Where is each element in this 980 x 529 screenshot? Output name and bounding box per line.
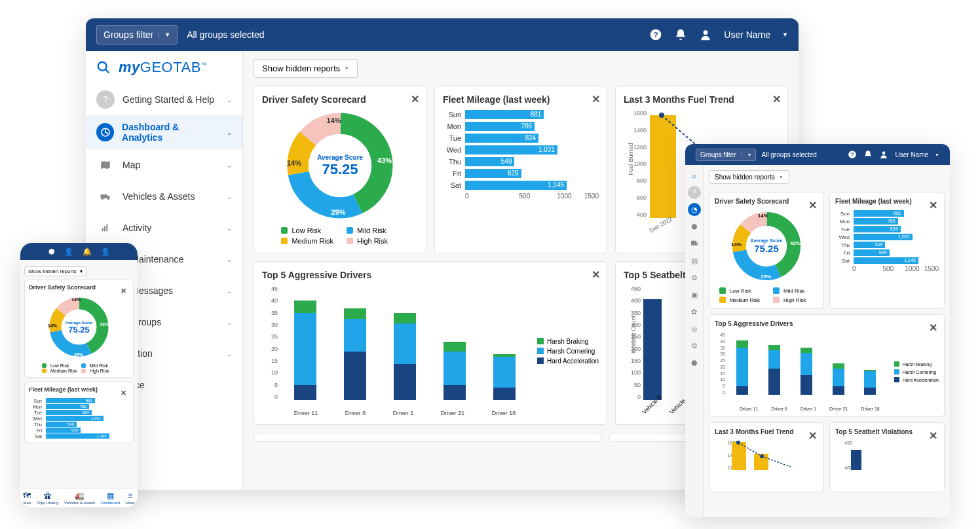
card-title: Fleet Mileage (last week) [443, 94, 599, 105]
settings-icon[interactable]: ⚙ [688, 339, 701, 352]
chevron-down-icon: ⌄ [227, 96, 232, 103]
nav-vehicles[interactable]: Vehicles & Assets⌄ [86, 181, 242, 212]
svg-line-26 [738, 443, 762, 456]
mobile-topbar: ⬢ 👤 🔔 👤 [20, 243, 138, 260]
chevron-down-icon: ⌄ [227, 287, 232, 295]
help-icon[interactable]: ? [688, 186, 701, 199]
logo-row: myGEOTAB™ [86, 51, 242, 84]
truck-icon[interactable]: ⛟ [688, 237, 701, 250]
svg-text:?: ? [654, 30, 658, 39]
svg-point-3 [98, 62, 107, 71]
tablet-window: Groups filter▼ All groups selected ? Use… [685, 144, 950, 517]
close-icon[interactable]: ✕ [121, 389, 126, 397]
y-axis-label: Fuel Burned [628, 143, 634, 175]
chevron-down-icon: ⌄ [227, 256, 232, 263]
show-hidden-reports-button[interactable]: Show hidden reports ▼ [254, 59, 358, 78]
svg-rect-11 [104, 226, 105, 231]
logo: myGEOTAB™ [119, 59, 207, 76]
svg-point-8 [102, 198, 104, 200]
svg-text:?: ? [851, 152, 854, 158]
tab-trips[interactable]: 🛣Trips History [37, 491, 58, 505]
mobile-bottom-tabs: 🗺Map 🛣Trips History 🚛Vehicles & Assets ▦… [20, 488, 138, 507]
tab-map[interactable]: 🗺Map [23, 491, 31, 505]
close-icon[interactable]: ✕ [121, 287, 126, 295]
svg-point-9 [107, 198, 109, 200]
chevron-down-icon: ⌄ [227, 129, 232, 136]
nav-activity[interactable]: Activity⌄ [86, 212, 242, 244]
mini-sidebar: ⌕ ? ◔ ⬢ ⛟ ▤ ⚙ ▣ ✿ ◎ ⚙ ⬣ [685, 165, 704, 517]
help-icon[interactable]: ? [848, 150, 857, 159]
svg-point-2 [704, 30, 708, 35]
user-icon[interactable]: 👤 [64, 247, 73, 256]
card-placeholder [254, 433, 601, 442]
fleet-mileage-chart: Sun881 Mon786 Tue824 Wed1,031 Thu549 Fri… [443, 110, 599, 200]
svg-rect-10 [102, 228, 104, 231]
svg-point-29 [760, 454, 764, 458]
card-fleet-mileage: Fleet Mileage (last week) ✕ Sun881 Mon78… [434, 86, 607, 253]
activity-icon[interactable]: ▤ [688, 254, 701, 267]
nav-dashboard[interactable]: Dashboard & Analytics⌄ [86, 115, 242, 149]
search-icon[interactable]: ⌕ [688, 169, 701, 182]
gear-icon[interactable]: ✿ [688, 305, 701, 318]
card-seatbelt: Top 5 Seatbelt Violations✕ 450400 [829, 422, 945, 492]
titlebar: Groups filter ▼ All groups selected ? Us… [86, 18, 799, 51]
bell-icon[interactable] [674, 28, 687, 41]
user-name-label[interactable]: User Name [724, 29, 770, 40]
help-icon[interactable]: ? [649, 28, 662, 41]
show-hidden-reports-button[interactable]: Show hidden reports ▾ [24, 266, 86, 276]
card-aggressive-drivers: Top 5 Aggressive Drivers ✕ 4540353025201… [254, 261, 607, 425]
camera-icon[interactable]: ▣ [688, 288, 701, 301]
close-icon[interactable]: ✕ [808, 199, 817, 211]
shield-icon[interactable]: ⬣ [688, 356, 701, 369]
chevron-down-icon: ⌄ [227, 350, 232, 357]
tab-dashboard[interactable]: ▦Dashboard [101, 491, 120, 505]
nav-map[interactable]: Map⌄ [86, 149, 242, 181]
chevron-down-icon: ▼ [344, 65, 349, 71]
close-icon[interactable]: ✕ [929, 321, 937, 334]
card-fleet-mileage: Fleet Mileage (last week)✕ Sun881 Mon786… [829, 192, 945, 309]
compass-icon[interactable]: ◎ [688, 322, 701, 335]
map-icon[interactable]: ⬢ [688, 220, 701, 233]
card-aggressive-drivers: Top 5 Aggressive Drivers✕ 45403530252015… [709, 314, 945, 417]
close-icon[interactable]: ✕ [592, 93, 600, 105]
user-icon [879, 150, 888, 159]
chevron-down-icon: ⌄ [227, 193, 232, 200]
chevron-down-icon: ▼ [159, 31, 170, 38]
card-driver-safety: Driver Safety Scorecard✕ Average Score75… [709, 192, 824, 309]
svg-line-4 [105, 69, 109, 73]
chevron-down-icon: ⌄ [227, 319, 232, 326]
search-icon[interactable] [96, 60, 111, 75]
wrench-icon[interactable]: ⚙ [688, 271, 701, 284]
groups-filter-dropdown[interactable]: Groups filter▼ [696, 149, 756, 161]
groups-filter-dropdown[interactable]: Groups filter ▼ [96, 25, 178, 45]
card-title: Driver Safety Scorecard [262, 94, 418, 105]
card-fuel-trend: Last 3 Months Fuel Trend✕ 160014001200 [709, 422, 824, 492]
svg-rect-6 [101, 194, 108, 198]
svg-point-18 [659, 113, 664, 118]
card-driver-safety: Driver Safety Scorecard✕ Average Score75… [24, 280, 134, 378]
card-fleet-mileage: Fleet Mileage (last week)✕ Sun881 Mon786… [24, 382, 134, 443]
mobile-window: ⬢ 👤 🔔 👤 Show hidden reports ▾ Driver Saf… [20, 243, 138, 507]
close-icon[interactable]: ✕ [411, 93, 419, 105]
close-icon[interactable]: ✕ [772, 93, 781, 105]
nav-getting-started[interactable]: ?Getting Started & Help⌄ [86, 84, 242, 115]
tab-more[interactable]: ≡More [126, 491, 135, 505]
dashboard-icon[interactable]: ◔ [688, 203, 701, 216]
aggressive-chart: 454035302520151050 Driver 11Driver 6Driv… [262, 285, 599, 416]
svg-point-28 [736, 441, 740, 445]
user-icon [699, 28, 712, 41]
card-driver-safety: Driver Safety Scorecard ✕ Average Score7… [254, 86, 426, 253]
bell-icon[interactable]: 🔔 [83, 247, 92, 256]
show-hidden-reports-button[interactable]: Show hidden reports ▼ [709, 170, 789, 184]
bell-icon[interactable] [863, 150, 873, 159]
user-icon[interactable]: 👤 [101, 247, 110, 256]
close-icon[interactable]: ✕ [592, 268, 600, 281]
org-icon[interactable]: ⬢ [48, 247, 55, 256]
card-title: Last 3 Months Fuel Trend [624, 94, 780, 105]
groups-selected-label: All groups selected [187, 29, 264, 40]
donut-legend: Low Risk Mild Risk Medium Risk High Risk [281, 227, 398, 245]
svg-rect-12 [106, 225, 107, 232]
groups-filter-label: Groups filter [104, 29, 153, 40]
donut-chart: Average Score75.25 43% 29% 14% 14% [284, 110, 396, 221]
tab-vehicles[interactable]: 🚛Vehicles & Assets [64, 491, 95, 505]
